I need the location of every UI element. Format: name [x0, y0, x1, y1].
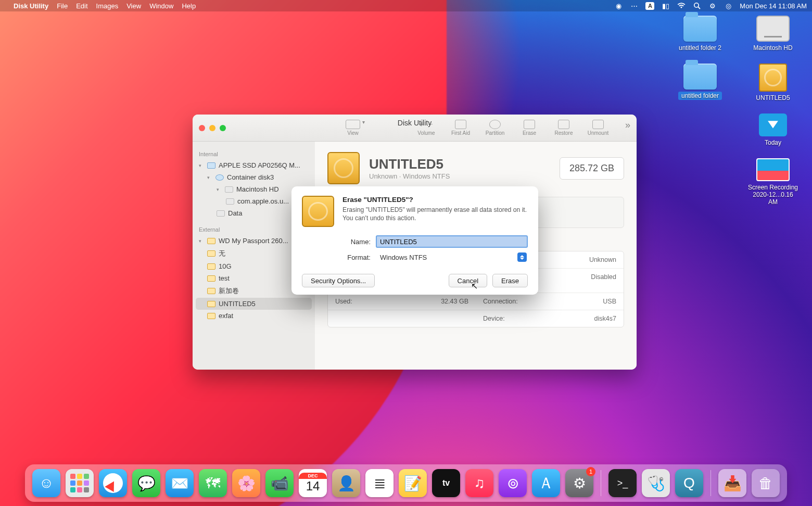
siri-icon[interactable]: ◎: [724, 2, 732, 10]
dock-maps[interactable]: 🗺: [199, 469, 227, 497]
erase-button[interactable]: Erase: [492, 274, 528, 287]
menu-view[interactable]: View: [126, 2, 141, 10]
dropdown-icon: [517, 252, 527, 262]
dock-podcasts[interactable]: ⊚: [499, 469, 527, 497]
dialog-title: Erase "UNTITLED5"?: [342, 196, 528, 204]
desktop-label: untitled folder 2: [676, 44, 725, 52]
status-icon[interactable]: ◉: [614, 2, 623, 10]
clock[interactable]: Mon Dec 14 11:08 AM: [740, 2, 807, 10]
format-label: Format:: [341, 254, 371, 261]
dock-launchpad[interactable]: [66, 469, 94, 497]
dock-tv[interactable]: tv: [432, 469, 460, 497]
spotlight-icon[interactable]: [693, 2, 701, 10]
dialog-disk-icon: [302, 196, 334, 227]
desktop-screenrec[interactable]: Screen Recording 2020-12...0.16 AM: [744, 158, 802, 206]
desktop-icons: untitled folder 2 Macintosh HD untitled …: [666, 16, 802, 218]
menu-window[interactable]: Window: [149, 2, 173, 10]
cancel-button[interactable]: Cancel: [449, 274, 487, 287]
input-icon[interactable]: A: [645, 2, 654, 10]
dock-separator: [601, 470, 601, 496]
name-input[interactable]: [376, 235, 528, 248]
dock-facetime[interactable]: 📹: [265, 469, 294, 497]
desktop-label: untitled folder: [678, 92, 722, 100]
dock-finder[interactable]: ☺: [32, 469, 60, 497]
format-value: Windows NTFS: [380, 254, 427, 261]
dock-notes[interactable]: 📝: [399, 469, 427, 497]
menu-file[interactable]: File: [57, 2, 68, 10]
dock-trash[interactable]: 🗑: [752, 469, 780, 497]
desktop-label: UNTITLED5: [753, 94, 793, 102]
format-select[interactable]: Windows NTFS: [376, 251, 528, 263]
menu-images[interactable]: Images: [96, 2, 119, 10]
desktop-label: Today: [762, 138, 784, 147]
folder-icon: [683, 64, 717, 90]
dock-contacts[interactable]: 👤: [332, 469, 360, 497]
desktop-hd[interactable]: Macintosh HD: [744, 16, 802, 52]
battery-icon[interactable]: ▮▯: [662, 2, 670, 10]
control-center-icon[interactable]: ⚙: [708, 2, 717, 10]
security-options-button[interactable]: Security Options...: [302, 274, 375, 287]
name-label: Name:: [341, 238, 371, 246]
dock-photos[interactable]: 🌸: [232, 469, 260, 497]
dock-reminders[interactable]: ≣: [365, 469, 394, 497]
dock-quicktime[interactable]: Q: [675, 469, 703, 497]
folder-icon: [683, 16, 717, 42]
dock-downloads[interactable]: 📥: [718, 469, 746, 497]
hd-icon: [756, 16, 790, 42]
menu-edit[interactable]: Edit: [76, 2, 87, 10]
status-icon[interactable]: ⋯: [630, 2, 638, 10]
wifi-icon[interactable]: [677, 2, 686, 10]
dock-calendar[interactable]: DEC 14: [299, 469, 327, 497]
dock-diskutility[interactable]: 🩺: [642, 469, 670, 497]
dock-music[interactable]: ♫: [465, 469, 493, 497]
erase-dialog: Erase "UNTITLED5"? Erasing "UNTITLED5" w…: [291, 186, 538, 295]
svg-point-0: [694, 3, 699, 7]
desktop-folder[interactable]: untitled folder: [671, 64, 729, 102]
disk-icon: [759, 64, 787, 92]
dialog-description: Erasing "UNTITLED5" will permanently era…: [342, 206, 528, 223]
desktop-label: Screen Recording 2020-12...0.16 AM: [744, 183, 802, 206]
dock-mail[interactable]: ✉️: [166, 469, 194, 497]
dock-separator: [710, 470, 711, 496]
app-name[interactable]: Disk Utility: [14, 2, 48, 10]
desktop-folder[interactable]: untitled folder 2: [671, 16, 729, 52]
dock-appstore[interactable]: Ａ: [532, 469, 560, 497]
dock-settings[interactable]: ⚙: [565, 469, 593, 497]
downloads-icon: [759, 113, 787, 136]
desktop-disk[interactable]: UNTITLED5: [744, 64, 802, 102]
menu-help[interactable]: Help: [182, 2, 196, 10]
cursor-icon: ↖: [471, 281, 478, 291]
dock-safari[interactable]: [99, 469, 127, 497]
dock: ☺ 💬 ✉️ 🗺 🌸 📹 DEC 14 👤 ≣ 📝 tv ♫ ⊚ Ａ ⚙ >_ …: [25, 464, 787, 502]
desktop-downloads[interactable]: Today: [744, 113, 802, 147]
image-icon: [756, 158, 790, 181]
dock-terminal[interactable]: >_: [608, 469, 637, 497]
menubar: Disk Utility File Edit Images View Windo…: [0, 0, 812, 11]
desktop-label: Macintosh HD: [750, 44, 795, 52]
svg-line-1: [699, 7, 701, 9]
dock-messages[interactable]: 💬: [132, 469, 160, 497]
